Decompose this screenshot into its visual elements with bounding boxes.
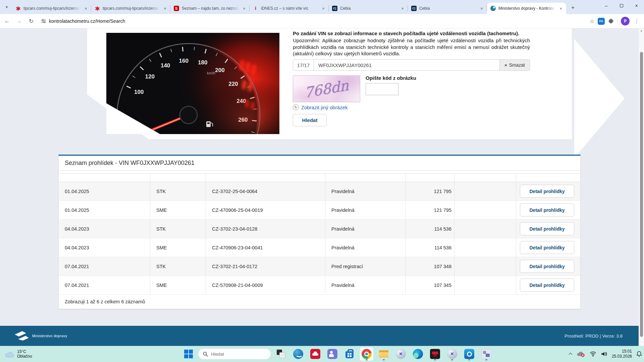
weather-widget[interactable]: 15°C Oblačno [5, 349, 32, 359]
detail-button[interactable]: Detail prohlídky [520, 260, 574, 273]
page-scrollbar[interactable]: ▲ [639, 28, 644, 346]
browser-tab[interactable]: Cebia × [408, 3, 487, 14]
taskbar-task-switcher-button[interactable] [274, 347, 288, 361]
search-button[interactable]: Hledat [293, 114, 327, 126]
taskbar-search[interactable] [198, 348, 271, 360]
scrollbar-thumb[interactable] [640, 52, 643, 337]
taskbar-puzzle-app-button[interactable] [480, 347, 493, 361]
detail-button[interactable]: Detail prohlídky [520, 203, 574, 217]
taskbar-car-game-button[interactable] [428, 347, 442, 361]
browser-menu-icon[interactable]: ⋮ [633, 18, 641, 24]
cell-druh: Pravidelná [325, 238, 406, 257]
profile-avatar[interactable]: P [621, 17, 630, 25]
cell-poznamka [454, 276, 516, 294]
cell-poznamka [454, 220, 516, 238]
taskbar-outlook-button[interactable] [463, 347, 476, 361]
browser-tab[interactable]: tipcars.com/muj-tipcars/inzerce × [12, 3, 91, 14]
browser-tab[interactable]: Ministerstvo dopravy - Kontrola × [487, 3, 566, 14]
cell-stav-km: 121 795 [406, 201, 454, 219]
tab-search-button[interactable]: ▾ [2, 2, 11, 12]
captcha-label: Opište kód z obrázku [366, 75, 416, 81]
captcha-refresh: ↻ Zobrazit jiný obrázek [293, 104, 347, 110]
inspection-row: 01.04.2025 SME CZ-470906-25-04-0019 Prav… [59, 201, 580, 220]
cell-stav-km: 114 536 [406, 220, 454, 238]
taskbar: 15°C Oblačno [0, 346, 644, 362]
refresh-icon[interactable]: ↻ [293, 104, 299, 110]
taskbar-chrome-button[interactable] [360, 347, 373, 361]
tab-close-icon[interactable]: × [241, 6, 247, 11]
captcha-input[interactable] [366, 83, 398, 95]
browser-tab[interactable]: Cebia × [329, 3, 408, 14]
taskbar-tipcars-app-button[interactable] [309, 347, 322, 361]
inspection-row: 07.04.2021 STK CZ-3702-21-04-0172 Pred r… [59, 257, 580, 276]
fa-extension-icon[interactable]: FA [598, 18, 605, 25]
taskbar-teams-button[interactable] [326, 347, 339, 361]
taskbar-edge-button[interactable] [411, 347, 425, 361]
taskbar-app-x-silver-2-button[interactable] [445, 347, 459, 361]
browser-window: ▾ tipcars.com/muj-tipcars/inzerce × tipc… [0, 0, 644, 346]
vin-input[interactable] [314, 60, 499, 70]
captcha-image: 768dn [293, 75, 360, 102]
tray-chevron-up-icon[interactable] [569, 352, 572, 356]
tab-close-icon[interactable]: × [321, 6, 326, 11]
column-header [516, 174, 580, 182]
cell-protokol: CZ-3702-25-04-0064 [206, 182, 325, 200]
seznam-favicon-icon [174, 6, 179, 11]
tab-close-icon[interactable]: × [83, 6, 89, 11]
reload-button[interactable]: ↻ [26, 16, 36, 26]
cell-datum: 04.04.2023 [59, 220, 150, 238]
vin-search-section: Po zadání VIN se zobrazí informace o sta… [293, 28, 530, 156]
cell-actions: Detail prohlídky [516, 182, 580, 200]
extensions-puzzle-icon[interactable] [608, 18, 614, 24]
site-info-icon[interactable] [41, 18, 46, 24]
minimize-button[interactable]: – [599, 0, 614, 11]
cell-protokol: CZ-470906-23-04-0041 [206, 238, 325, 257]
tab-strip: ▾ tipcars.com/muj-tipcars/inzerce × tipc… [0, 0, 644, 14]
taskbar-microsoft-store-button[interactable] [343, 347, 356, 361]
scrollbar-up-icon[interactable]: ▲ [639, 29, 644, 32]
volume-icon[interactable] [601, 351, 607, 357]
wifi-icon[interactable] [590, 351, 596, 357]
browser-tab[interactable]: Seznam – najdu tam, co neznám × [170, 3, 250, 14]
start-button[interactable] [184, 350, 193, 358]
browser-tab[interactable]: iDNES.cz – s námi víte víc × [250, 3, 329, 14]
cell-stav-km: 107 348 [406, 257, 454, 276]
clear-vin-button[interactable]: × Smazat [499, 60, 530, 70]
cell-actions: Detail prohlídky [516, 201, 580, 219]
bookmark-star-icon[interactable]: ☆ [590, 18, 594, 24]
detail-button[interactable]: Detail prohlídky [520, 241, 574, 254]
taskbar-app-x-silver-button[interactable] [394, 347, 408, 361]
onedrive-error-icon[interactable] [577, 351, 585, 357]
tab-close-icon[interactable]: × [558, 6, 564, 11]
cell-actions: Detail prohlídky [516, 276, 580, 294]
cell-stav-km: 121 795 [406, 182, 454, 200]
tab-close-icon[interactable]: × [479, 6, 484, 11]
maximize-button[interactable] [614, 0, 629, 11]
tab-close-icon[interactable]: × [400, 6, 405, 11]
tab-close-icon[interactable]: × [162, 6, 168, 11]
system-tray: 15:01 25.03.2026 [569, 346, 642, 362]
back-button[interactable]: ← [2, 16, 12, 26]
detail-button[interactable]: Detail prohlídky [520, 279, 574, 292]
close-button[interactable]: × [629, 0, 644, 11]
notifications-bell-icon[interactable] [636, 351, 642, 357]
taskbar-search-input[interactable] [211, 352, 261, 357]
speedo-unit-label: km/h [207, 71, 215, 75]
taskbar-openoffice-button[interactable] [291, 347, 305, 361]
cell-druh: Pravidelná [325, 220, 406, 238]
url-bar[interactable]: kontrolatachometru.cz/Home/Search [49, 18, 590, 24]
inspection-row: 07.04.2021 SME CZ-570908-21-04-0009 Prav… [59, 276, 580, 295]
maximize-icon [620, 4, 623, 7]
refresh-captcha-link[interactable]: Zobrazit jiný obrázek [301, 105, 347, 110]
detail-button[interactable]: Detail prohlídky [520, 222, 574, 235]
taskbar-file-explorer-button[interactable] [377, 347, 390, 361]
browser-tab[interactable]: tipcars.com/muj-tipcars/inzerce × [91, 3, 170, 14]
cell-datum: 04.04.2023 [59, 238, 150, 257]
forward-button[interactable]: → [14, 16, 24, 26]
detail-button[interactable]: Detail prohlídky [520, 185, 574, 198]
table-header-row [59, 173, 580, 182]
cell-prohlidka: SME [150, 276, 206, 294]
new-tab-button[interactable]: + [568, 3, 578, 12]
cell-prohlidka: STK [150, 182, 206, 200]
taskbar-clock[interactable]: 15:01 25.03.2026 [612, 349, 632, 359]
